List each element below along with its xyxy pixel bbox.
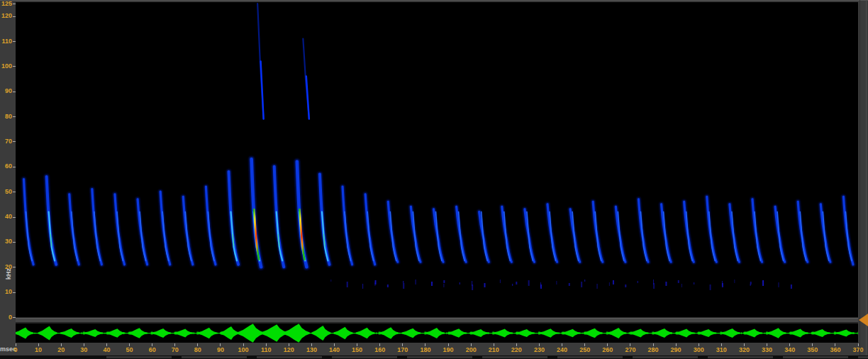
freq-tick-label: 0 (0, 314, 12, 321)
time-tick-label: 220 (506, 346, 527, 353)
time-tick-label: 210 (483, 346, 504, 353)
freq-tick-label: 90 (0, 88, 12, 94)
time-tick-label: 90 (210, 346, 231, 353)
spectrogram-plot[interactable] (16, 2, 858, 317)
freq-tick-label: 50 (0, 189, 12, 195)
right-border-line (859, 0, 860, 355)
time-tick-label: 20 (50, 346, 72, 353)
freq-tick-mark (13, 192, 16, 192)
freq-tick-mark (13, 16, 16, 17)
time-tick-label: 350 (802, 346, 823, 353)
time-tick-label: 100 (233, 346, 254, 353)
freq-tick-label: 120 (0, 13, 12, 19)
time-tick-label: 310 (711, 346, 732, 353)
freq-tick-mark (13, 317, 16, 318)
time-tick-label: 60 (142, 346, 163, 353)
bat-call-analysis-window: kHz 0102030405060708090100110120125 msec… (0, 0, 868, 359)
time-tick-label: 290 (665, 346, 686, 353)
time-tick-label: 120 (278, 346, 299, 353)
freq-tick-mark (13, 116, 16, 117)
freq-tick-mark (13, 4, 16, 4)
time-tick-label: 10 (28, 346, 49, 353)
panel-divider (16, 317, 858, 324)
time-tick-label: 0 (5, 346, 26, 353)
freq-tick-label: 10 (0, 289, 12, 295)
freq-tick-label: 100 (0, 63, 12, 70)
time-tick-label: 340 (779, 346, 801, 353)
time-tick-label: 180 (415, 346, 436, 353)
time-tick-label: 320 (733, 346, 755, 353)
freq-tick-mark (13, 41, 16, 42)
time-tick-label: 110 (255, 346, 277, 353)
time-tick-label: 70 (165, 346, 186, 353)
oscillogram-strip[interactable] (16, 324, 858, 343)
divider-handle-icon[interactable] (859, 314, 868, 326)
time-tick-label: 240 (552, 346, 573, 353)
time-tick-label: 40 (96, 346, 117, 353)
time-tick-label: 50 (119, 346, 140, 353)
freq-tick-label: 125 (0, 1, 12, 7)
freq-tick-label: 70 (0, 138, 12, 145)
time-tick-label: 160 (369, 346, 391, 353)
time-tick-label: 250 (574, 346, 596, 353)
freq-tick-mark (13, 167, 16, 167)
time-tick-label: 360 (825, 346, 846, 353)
time-tick-label: 230 (528, 346, 550, 353)
freq-tick-mark (13, 66, 16, 67)
time-tick-label: 190 (438, 346, 459, 353)
right-border-highlight (866, 0, 867, 355)
freq-tick-mark (13, 141, 16, 142)
freq-tick-label: 80 (0, 114, 12, 120)
freq-tick-label: 30 (0, 238, 12, 245)
time-tick-label: 280 (642, 346, 664, 353)
freq-tick-mark (13, 217, 16, 218)
time-tick-label: 170 (392, 346, 413, 353)
time-tick-label: 80 (187, 346, 208, 353)
time-tick-label: 140 (324, 346, 345, 353)
time-tick-label: 30 (73, 346, 94, 353)
time-tick-label: 200 (460, 346, 482, 353)
freq-tick-mark (13, 92, 16, 92)
time-tick-label: 130 (301, 346, 322, 353)
time-tick-label: 330 (757, 346, 778, 353)
window-bottom-edge (0, 355, 868, 359)
time-tick-label: 370 (847, 346, 868, 353)
time-tick-label: 150 (347, 346, 368, 353)
freq-tick-mark (13, 292, 16, 293)
freq-tick-label: 60 (0, 163, 12, 170)
freq-tick-mark (13, 242, 16, 243)
freq-tick-label: 110 (0, 38, 12, 45)
freq-tick-mark (13, 267, 16, 267)
frequency-axis: kHz 0102030405060708090100110120125 (0, 0, 16, 343)
time-axis: msec 01020304050607080901001101201301401… (0, 343, 868, 355)
freq-tick-label: 20 (0, 264, 12, 270)
time-tick-label: 270 (620, 346, 641, 353)
freq-tick-label: 40 (0, 214, 12, 220)
time-tick-label: 260 (597, 346, 618, 353)
time-tick-label: 300 (688, 346, 709, 353)
